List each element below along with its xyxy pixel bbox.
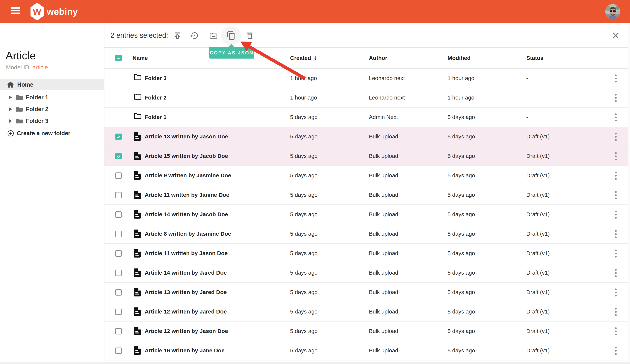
entry-created: 5 days ago [290,146,318,166]
expand-chevron-icon[interactable] [9,119,12,123]
entries-panel: 2 entries selected: [104,23,630,364]
row-actions-menu-button[interactable] [610,112,622,123]
row-actions-menu-button[interactable] [610,73,622,84]
entry-modified: 5 days ago [448,166,475,185]
avatar-photo [605,4,620,19]
entry-author: Bulk upload [369,302,398,321]
row-actions-menu-button[interactable] [610,170,622,181]
delete-entries-button[interactable] [244,30,256,41]
table-row[interactable]: Article 15 written by Jacob Doe 5 days a… [104,146,630,166]
entry-status: Draft (v1) [526,283,550,302]
entry-author: Bulk upload [369,127,398,146]
entry-modified: 5 days ago [448,244,475,263]
entry-name[interactable]: Article 13 written by Jared Doe [145,283,227,302]
entry-modified: 5 days ago [448,224,475,243]
table-row[interactable]: Article 12 written by Jared Doe 5 days a… [104,302,630,322]
publish-entries-button[interactable] [172,30,183,41]
entry-name[interactable]: Article 8 written by Jasmine Doe [145,224,231,243]
move-to-folder-button[interactable] [208,30,219,41]
article-icon [134,288,141,297]
entry-name[interactable]: Article 9 written by Jasmine Doe [145,166,231,185]
create-new-folder-button[interactable]: Create a new folder [0,127,104,139]
row-checkbox[interactable] [115,134,122,140]
table-row[interactable]: Article 9 written by Jasmine Doe 5 days … [104,166,630,185]
table-row[interactable]: Article 8 written by Jasmine Doe 5 days … [104,224,630,244]
hamburger-menu-icon[interactable] [11,6,20,17]
table-row[interactable]: Article 16 written by Jane Doe 5 days ag… [104,341,630,361]
row-actions-menu-button[interactable] [610,131,622,142]
horizontal-scrollbar[interactable] [0,362,630,364]
row-actions-menu-button[interactable] [610,92,622,103]
entry-modified: 5 days ago [448,205,475,224]
row-checkbox[interactable] [115,270,122,276]
entry-name[interactable]: Article 13 written by Jason Doe [145,127,228,146]
entry-name[interactable]: Folder 1 [145,108,166,127]
user-avatar[interactable] [605,4,620,19]
sidebar-folder-item[interactable]: Folder 1 [0,91,104,103]
entry-created: 5 days ago [290,283,318,302]
table-row[interactable]: Folder 2 1 hour ago Leonardo next 1 hour… [104,88,630,108]
row-checkbox[interactable] [115,328,122,335]
select-all-checkbox[interactable] [115,55,122,61]
entry-name[interactable]: Article 11 written by Janine Doe [145,185,229,204]
move-to-folder-icon [209,31,218,40]
entry-name[interactable]: Folder 2 [145,88,166,107]
column-header-name[interactable]: Name [132,48,148,68]
row-actions-menu-button[interactable] [610,151,622,162]
row-actions-menu-button[interactable] [610,267,622,279]
expand-chevron-icon[interactable] [9,96,12,99]
table-row[interactable]: Article 11 written by Janine Doe 5 days … [104,185,630,205]
table-row[interactable]: Folder 3 1 hour ago Leonardo next 1 hour… [104,69,630,88]
table-row[interactable]: Article 13 written by Jared Doe 5 days a… [104,283,630,302]
row-actions-menu-button[interactable] [610,326,622,337]
expand-chevron-icon[interactable] [9,107,12,111]
row-actions-menu-button[interactable] [610,287,622,298]
sidebar-folder-item[interactable]: Folder 3 [0,115,104,127]
entry-created: 5 days ago [290,205,318,224]
table-row[interactable]: Article 12 written by Jason Doe 5 days a… [104,322,630,341]
column-header-author[interactable]: Author [369,48,387,68]
column-header-modified[interactable]: Modified [448,48,470,68]
table-row[interactable]: Article 14 written by Jared Doe 5 days a… [104,263,630,283]
row-checkbox[interactable] [115,211,122,218]
row-checkbox[interactable] [115,348,122,354]
row-actions-menu-button[interactable] [610,189,622,201]
entry-name[interactable]: Folder 3 [145,69,166,88]
entries-table-body: Folder 3 1 hour ago Leonardo next 1 hour… [104,69,630,361]
copy-as-json-button[interactable] [226,30,237,41]
row-actions-menu-button[interactable] [610,306,622,318]
table-row[interactable]: Article 13 written by Jason Doe 5 days a… [104,127,630,146]
entry-name[interactable]: Article 15 written by Jacob Doe [145,146,228,166]
page-title: Article [6,49,36,62]
entry-name[interactable]: Article 14 written by Jared Doe [145,263,227,282]
entry-name[interactable]: Article 12 written by Jared Doe [145,302,227,321]
column-header-created[interactable]: Created↓ [290,48,318,68]
article-icon [134,346,141,355]
entry-name[interactable]: Article 14 written by Jacob Doe [145,205,228,224]
table-row[interactable]: Folder 1 5 days ago Admin Next 5 days ag… [104,108,630,127]
row-checkbox[interactable] [115,250,122,257]
vertical-scrollbar[interactable] [628,23,630,362]
row-checkbox[interactable] [115,289,122,296]
table-row[interactable]: Article 11 written by Jason Doe 5 days a… [104,244,630,263]
row-actions-menu-button[interactable] [610,228,622,240]
entry-created: 5 days ago [290,302,318,321]
row-checkbox[interactable] [115,172,122,179]
restore-entries-button[interactable] [189,30,200,41]
row-actions-menu-button[interactable] [610,345,622,356]
table-row[interactable]: Article 14 written by Jacob Doe 5 days a… [104,205,630,224]
entry-name[interactable]: Article 16 written by Jane Doe [145,341,224,360]
row-checkbox[interactable] [115,192,122,198]
entry-name[interactable]: Article 12 written by Jason Doe [145,322,228,341]
row-checkbox[interactable] [115,153,122,159]
row-checkbox[interactable] [115,231,122,237]
row-actions-menu-button[interactable] [610,248,622,259]
column-header-status[interactable]: Status [526,48,544,68]
entry-created: 5 days ago [290,108,318,127]
entry-name[interactable]: Article 11 written by Jason Doe [145,244,228,263]
row-actions-menu-button[interactable] [610,209,622,220]
close-selection-button[interactable] [610,30,622,41]
row-checkbox[interactable] [115,309,122,315]
sidebar-item-home[interactable]: Home [0,79,104,90]
sidebar-folder-item[interactable]: Folder 2 [0,103,104,115]
